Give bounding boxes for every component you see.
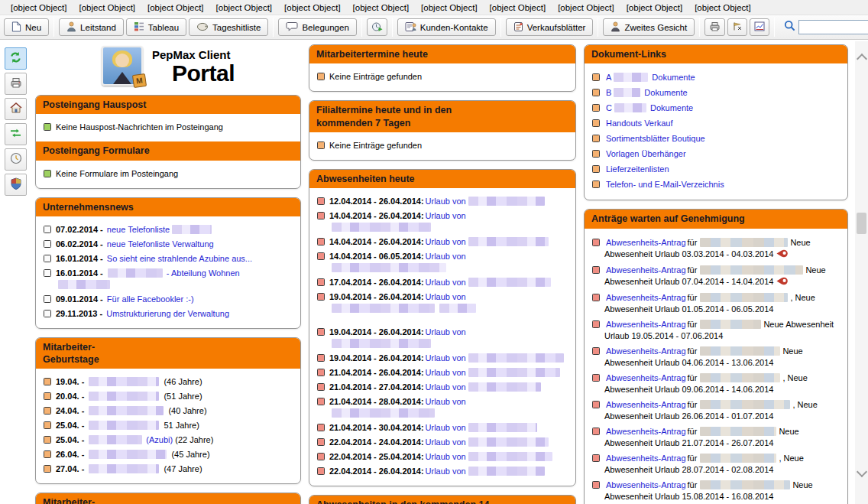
doc-link[interactable]: C: [606, 103, 612, 112]
zweites-gesicht-button[interactable]: Zweites Gesicht: [603, 18, 695, 36]
clock-button[interactable]: [5, 148, 27, 171]
approval-item[interactable]: Abwesenheits-Antragfür, Neue Abwesenheit…: [591, 399, 840, 422]
absence-item[interactable]: 22.04.2014 - 25.04.2014:Urlaub von: [316, 451, 568, 463]
menu-item[interactable]: [object Object]: [415, 2, 484, 14]
absence-link[interactable]: Urlaub von: [426, 252, 466, 261]
absence-item[interactable]: 22.04.2014 - 26.04.2014:Urlaub von: [316, 466, 568, 477]
list-item[interactable]: Keine Einträge gefunden: [316, 71, 568, 83]
security-button[interactable]: [5, 174, 27, 196]
absence-item[interactable]: 21.04.2014 - 28.04.2014:Urlaub von: [316, 396, 568, 419]
tageshitliste-button[interactable]: Tageshitliste: [189, 18, 268, 36]
list-item[interactable]: Keine Hauspost-Nachrichten im Posteingan…: [43, 122, 293, 133]
approval-link[interactable]: Abwesenheits-Antrag: [606, 427, 686, 436]
absence-item[interactable]: 19.04.2014 - 26.04.2014:Urlaub von: [316, 353, 568, 364]
absence-link[interactable]: Urlaub von: [426, 437, 466, 447]
doc-link[interactable]: Dokumente: [652, 73, 695, 82]
absence-link[interactable]: Urlaub von: [426, 237, 466, 246]
approval-item[interactable]: Abwesenheits-AntragfürNeue Abwesenheit U…: [591, 319, 840, 342]
doc-link-item[interactable]: BDokumente: [591, 87, 840, 99]
birthday-item[interactable]: 25.04. - (Azubi) (22 Jahre): [43, 434, 293, 446]
news-item[interactable]: 06.02.2014 - neue Telefonliste Verwaltun…: [43, 239, 293, 250]
absence-link[interactable]: Urlaub von: [426, 452, 466, 461]
doc-link[interactable]: Sortimentsblätter Boutique: [606, 134, 705, 143]
doc-link-item[interactable]: Handouts Verkauf: [591, 118, 840, 129]
doc-link-item[interactable]: Sortimentsblätter Boutique: [591, 133, 840, 145]
approval-item[interactable]: Abwesenheits-AntragfürNeue Abwesenheit U…: [591, 237, 840, 261]
menu-item[interactable]: [object Object]: [552, 2, 620, 14]
stopwatch-button[interactable]: [367, 18, 387, 36]
absence-item[interactable]: 17.04.2014 - 26.04.2014:Urlaub von: [316, 277, 568, 288]
vertical-scrollbar[interactable]: [855, 41, 868, 504]
scroll-down-icon[interactable]: [857, 467, 867, 477]
absence-link[interactable]: Urlaub von: [426, 292, 466, 301]
absence-link[interactable]: Urlaub von: [426, 327, 466, 337]
approval-item[interactable]: Abwesenheits-Antragfür, Neue Abwesenheit…: [591, 292, 840, 315]
approval-link[interactable]: Abwesenheits-Antrag: [606, 400, 686, 409]
doc-link[interactable]: Telefon- und E-Mail-Verzeichnis: [606, 180, 724, 189]
absence-item[interactable]: 21.04.2014 - 27.04.2014:Urlaub von: [316, 382, 568, 393]
doc-link-item[interactable]: ADokumente: [591, 72, 840, 83]
absence-link[interactable]: Urlaub von: [426, 382, 466, 392]
absence-link[interactable]: Urlaub von: [426, 397, 466, 406]
absence-link[interactable]: Urlaub von: [426, 423, 466, 432]
home-button[interactable]: [5, 98, 27, 120]
print-button[interactable]: [5, 73, 27, 95]
absence-link[interactable]: Urlaub von: [426, 353, 466, 363]
approval-item[interactable]: Abwesenheits-Antragfür, Neue Abwesenheit…: [591, 453, 840, 476]
menu-item[interactable]: [object Object]: [278, 2, 347, 14]
scrollbar-thumb[interactable]: [857, 213, 866, 234]
menu-item[interactable]: [object Object]: [210, 2, 279, 14]
approval-item[interactable]: Abwesenheits-Antragfür, Neue Abwesenheit…: [591, 372, 840, 395]
approval-link[interactable]: Abwesenheits-Antrag: [606, 293, 686, 302]
flag-tool-button[interactable]: [727, 18, 747, 36]
doc-link-item[interactable]: Lieferzeitenlisten: [591, 164, 840, 175]
doc-link-item[interactable]: CDokumente: [591, 102, 840, 114]
menu-item[interactable]: [object Object]: [141, 2, 210, 14]
absence-link[interactable]: Urlaub von: [426, 467, 466, 476]
approval-link[interactable]: Abwesenheits-Antrag: [606, 265, 686, 275]
news-link[interactable]: Für alle Facebookler :-): [107, 294, 194, 304]
menu-item[interactable]: [object Object]: [347, 2, 416, 14]
news-link[interactable]: Umstrukturierung der Verwaltung: [106, 309, 229, 318]
news-item[interactable]: 16.01.2014 - - Abteilung Wohnen: [43, 268, 293, 291]
absence-item[interactable]: 22.04.2014 - 24.04.2014:Urlaub von: [316, 437, 568, 448]
birthday-item[interactable]: 26.04. - (45 Jahre): [43, 449, 293, 460]
absence-item[interactable]: 14.04.2014 - 06.05.2014:Urlaub von: [316, 251, 568, 274]
doc-link[interactable]: Dokumente: [644, 88, 687, 97]
absence-item[interactable]: 21.04.2014 - 30.04.2014:Urlaub von: [316, 422, 568, 434]
absence-item[interactable]: 14.04.2014 - 26.04.2014:Urlaub von: [316, 236, 568, 248]
approval-item[interactable]: Abwesenheits-AntragfürNeue Abwesenheit U…: [591, 265, 840, 288]
doc-link[interactable]: Dokumente: [650, 103, 693, 112]
news-link[interactable]: neue Telefonliste: [107, 225, 170, 234]
news-item[interactable]: 09.01.2014 - Für alle Facebookler :-): [43, 294, 293, 305]
verkaufsblaetter-button[interactable]: Verkaufsblätter: [506, 18, 594, 36]
approval-link[interactable]: Abwesenheits-Antrag: [606, 373, 686, 382]
absence-item[interactable]: 14.04.2014 - 26.04.2014:Urlaub von: [316, 210, 568, 233]
doc-link-item[interactable]: Telefon- und E-Mail-Verzeichnis: [591, 179, 840, 190]
absence-item[interactable]: 19.04.2014 - 26.04.2014:Urlaub von: [316, 327, 568, 350]
search-input[interactable]: [798, 20, 868, 34]
tableau-button[interactable]: Tableau: [126, 18, 186, 36]
approval-link[interactable]: Abwesenheits-Antrag: [606, 346, 686, 356]
absence-link[interactable]: Urlaub von: [426, 368, 466, 377]
doc-link[interactable]: A: [606, 73, 611, 82]
transfer-button[interactable]: [5, 123, 27, 145]
doc-link[interactable]: B: [606, 88, 611, 97]
approval-item[interactable]: Abwesenheits-AntragfürNeue Abwesenheit U…: [591, 426, 840, 449]
list-item[interactable]: Keine Formulare im Posteingang: [43, 168, 293, 180]
absence-item[interactable]: 21.04.2014 - 26.04.2014:Urlaub von: [316, 367, 568, 379]
news-item[interactable]: 07.02.2014 - neue Telefonliste: [43, 224, 293, 236]
doc-link[interactable]: Vorlagen Überhänger: [606, 149, 686, 158]
news-link[interactable]: neue Telefonliste Verwaltung: [107, 239, 214, 249]
chart-tool-button[interactable]: [750, 18, 769, 36]
birthday-item[interactable]: 24.04. - (40 Jahre): [43, 405, 293, 417]
absence-link[interactable]: Urlaub von: [426, 278, 466, 287]
news-item[interactable]: 16.01.2014 - So sieht eine strahlende Az…: [43, 253, 293, 265]
menu-item[interactable]: [object Object]: [73, 2, 142, 14]
azubi-link[interactable]: (Azubi): [146, 435, 173, 444]
approval-link[interactable]: Abwesenheits-Antrag: [606, 238, 686, 247]
belegungen-button[interactable]: Belegungen: [278, 18, 356, 36]
new-button[interactable]: Neu: [4, 18, 49, 36]
birthday-item[interactable]: 19.04. - (46 Jahre): [43, 376, 293, 388]
print-tool-button[interactable]: [704, 18, 725, 36]
